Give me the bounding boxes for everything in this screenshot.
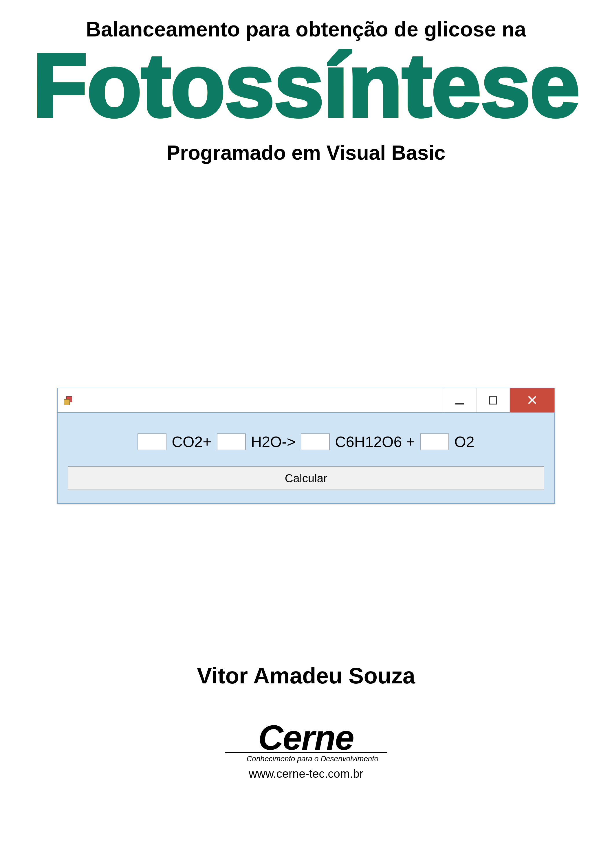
book-cover: Balanceamento para obtenção de glicose n… (20, 12, 592, 822)
maximize-button[interactable] (476, 388, 509, 412)
subtitle: Programado em Visual Basic (20, 141, 592, 164)
calculate-button[interactable]: Calcular (68, 467, 544, 490)
cerne-tagline: Conhecimento para o Desenvolvimento (225, 754, 387, 763)
window-body: CO2+ H2O-> C6H12O6 + O2 Calcular (57, 413, 555, 503)
titlebar-left (57, 388, 74, 412)
close-icon: ✕ (526, 394, 538, 408)
window-caption-buttons: ✕ (443, 388, 555, 412)
author-name: Vitor Amadeu Souza (20, 663, 592, 689)
cerne-logo-text: Cerne (225, 718, 387, 758)
close-button[interactable]: ✕ (509, 388, 555, 412)
big-title: Fotossíntese (33, 38, 579, 133)
equation-row: CO2+ H2O-> C6H12O6 + O2 (68, 433, 544, 451)
maximize-icon (489, 397, 497, 405)
minimize-button[interactable] (443, 388, 476, 412)
form-icon (64, 395, 74, 406)
h2o-coefficient-input[interactable] (217, 433, 246, 450)
glucose-coefficient-input[interactable] (301, 433, 330, 450)
cerne-logo: Cerne Conhecimento para o Desenvolviment… (225, 718, 387, 763)
glucose-label: C6H12O6 + (335, 433, 415, 451)
o2-label: O2 (454, 433, 474, 451)
co2-coefficient-input[interactable] (138, 433, 166, 450)
big-title-wrap: Fotossíntese (20, 38, 592, 133)
co2-label: CO2+ (172, 433, 211, 451)
minimize-icon (455, 403, 464, 405)
publisher-logo-block: Cerne Conhecimento para o Desenvolviment… (20, 718, 592, 780)
app-window: ✕ CO2+ H2O-> C6H12O6 + O2 Calcular (57, 388, 555, 504)
cerne-url: www.cerne-tec.com.br (20, 767, 592, 780)
h2o-label: H2O-> (251, 433, 296, 451)
o2-coefficient-input[interactable] (420, 433, 449, 450)
window-titlebar: ✕ (57, 388, 555, 413)
